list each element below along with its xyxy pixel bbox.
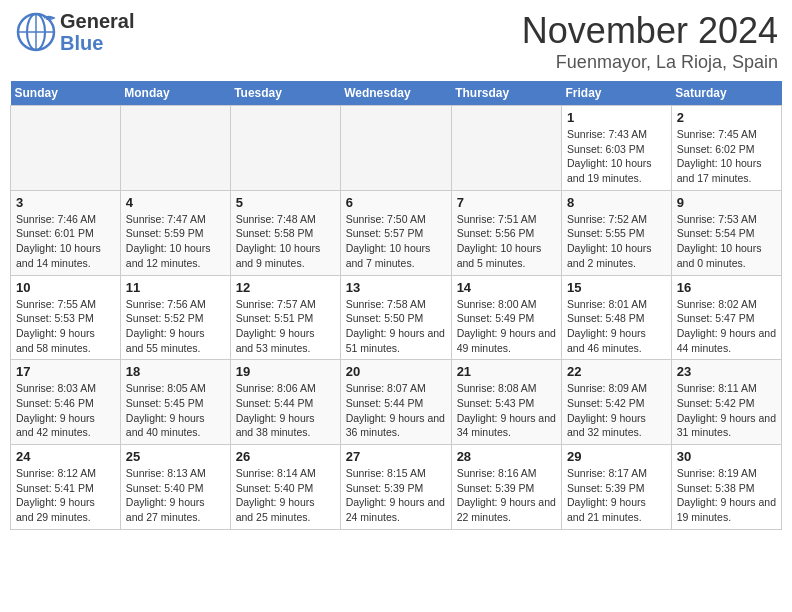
day-number: 6 [346, 195, 446, 210]
weekday-header-tuesday: Tuesday [230, 81, 340, 106]
day-number: 24 [16, 449, 115, 464]
day-info: Sunrise: 7:56 AM Sunset: 5:52 PM Dayligh… [126, 297, 225, 356]
calendar-cell: 20Sunrise: 8:07 AM Sunset: 5:44 PM Dayli… [340, 360, 451, 445]
day-number: 1 [567, 110, 666, 125]
day-info: Sunrise: 7:47 AM Sunset: 5:59 PM Dayligh… [126, 212, 225, 271]
calendar-cell: 22Sunrise: 8:09 AM Sunset: 5:42 PM Dayli… [561, 360, 671, 445]
day-number: 18 [126, 364, 225, 379]
day-number: 29 [567, 449, 666, 464]
calendar-cell: 28Sunrise: 8:16 AM Sunset: 5:39 PM Dayli… [451, 445, 561, 530]
calendar-cell [340, 106, 451, 191]
day-info: Sunrise: 7:43 AM Sunset: 6:03 PM Dayligh… [567, 127, 666, 186]
calendar-cell: 15Sunrise: 8:01 AM Sunset: 5:48 PM Dayli… [561, 275, 671, 360]
calendar-cell: 17Sunrise: 8:03 AM Sunset: 5:46 PM Dayli… [11, 360, 121, 445]
calendar-table: SundayMondayTuesdayWednesdayThursdayFrid… [10, 81, 782, 530]
day-number: 21 [457, 364, 556, 379]
calendar-cell: 11Sunrise: 7:56 AM Sunset: 5:52 PM Dayli… [120, 275, 230, 360]
location: Fuenmayor, La Rioja, Spain [522, 52, 778, 73]
day-info: Sunrise: 7:55 AM Sunset: 5:53 PM Dayligh… [16, 297, 115, 356]
day-info: Sunrise: 7:57 AM Sunset: 5:51 PM Dayligh… [236, 297, 335, 356]
calendar-header-row: SundayMondayTuesdayWednesdayThursdayFrid… [11, 81, 782, 106]
day-number: 30 [677, 449, 776, 464]
day-info: Sunrise: 8:19 AM Sunset: 5:38 PM Dayligh… [677, 466, 776, 525]
title-section: November 2024 Fuenmayor, La Rioja, Spain [522, 10, 778, 73]
day-number: 5 [236, 195, 335, 210]
day-number: 17 [16, 364, 115, 379]
weekday-header-monday: Monday [120, 81, 230, 106]
day-info: Sunrise: 8:13 AM Sunset: 5:40 PM Dayligh… [126, 466, 225, 525]
day-info: Sunrise: 8:09 AM Sunset: 5:42 PM Dayligh… [567, 381, 666, 440]
day-number: 2 [677, 110, 776, 125]
logo-line1: General [60, 10, 134, 32]
day-number: 4 [126, 195, 225, 210]
day-info: Sunrise: 8:02 AM Sunset: 5:47 PM Dayligh… [677, 297, 776, 356]
calendar-week-3: 10Sunrise: 7:55 AM Sunset: 5:53 PM Dayli… [11, 275, 782, 360]
day-number: 27 [346, 449, 446, 464]
day-info: Sunrise: 7:46 AM Sunset: 6:01 PM Dayligh… [16, 212, 115, 271]
day-info: Sunrise: 8:03 AM Sunset: 5:46 PM Dayligh… [16, 381, 115, 440]
calendar-cell [230, 106, 340, 191]
day-number: 10 [16, 280, 115, 295]
calendar-cell: 9Sunrise: 7:53 AM Sunset: 5:54 PM Daylig… [671, 190, 781, 275]
day-info: Sunrise: 8:14 AM Sunset: 5:40 PM Dayligh… [236, 466, 335, 525]
calendar-cell [11, 106, 121, 191]
calendar-cell: 30Sunrise: 8:19 AM Sunset: 5:38 PM Dayli… [671, 445, 781, 530]
day-info: Sunrise: 7:52 AM Sunset: 5:55 PM Dayligh… [567, 212, 666, 271]
calendar-week-2: 3Sunrise: 7:46 AM Sunset: 6:01 PM Daylig… [11, 190, 782, 275]
day-number: 15 [567, 280, 666, 295]
day-info: Sunrise: 7:50 AM Sunset: 5:57 PM Dayligh… [346, 212, 446, 271]
day-number: 19 [236, 364, 335, 379]
calendar-cell: 2Sunrise: 7:45 AM Sunset: 6:02 PM Daylig… [671, 106, 781, 191]
day-number: 12 [236, 280, 335, 295]
calendar-cell: 24Sunrise: 8:12 AM Sunset: 5:41 PM Dayli… [11, 445, 121, 530]
day-number: 25 [126, 449, 225, 464]
calendar-cell: 25Sunrise: 8:13 AM Sunset: 5:40 PM Dayli… [120, 445, 230, 530]
calendar-cell [120, 106, 230, 191]
calendar-week-4: 17Sunrise: 8:03 AM Sunset: 5:46 PM Dayli… [11, 360, 782, 445]
calendar-week-5: 24Sunrise: 8:12 AM Sunset: 5:41 PM Dayli… [11, 445, 782, 530]
day-number: 8 [567, 195, 666, 210]
weekday-header-saturday: Saturday [671, 81, 781, 106]
day-info: Sunrise: 8:06 AM Sunset: 5:44 PM Dayligh… [236, 381, 335, 440]
day-number: 23 [677, 364, 776, 379]
calendar-cell: 10Sunrise: 7:55 AM Sunset: 5:53 PM Dayli… [11, 275, 121, 360]
calendar-cell [451, 106, 561, 191]
day-info: Sunrise: 8:12 AM Sunset: 5:41 PM Dayligh… [16, 466, 115, 525]
day-number: 26 [236, 449, 335, 464]
day-number: 16 [677, 280, 776, 295]
calendar-cell: 18Sunrise: 8:05 AM Sunset: 5:45 PM Dayli… [120, 360, 230, 445]
day-info: Sunrise: 8:08 AM Sunset: 5:43 PM Dayligh… [457, 381, 556, 440]
day-info: Sunrise: 8:00 AM Sunset: 5:49 PM Dayligh… [457, 297, 556, 356]
day-info: Sunrise: 8:11 AM Sunset: 5:42 PM Dayligh… [677, 381, 776, 440]
logo-icon [14, 10, 58, 54]
day-number: 11 [126, 280, 225, 295]
calendar-cell: 8Sunrise: 7:52 AM Sunset: 5:55 PM Daylig… [561, 190, 671, 275]
day-info: Sunrise: 7:48 AM Sunset: 5:58 PM Dayligh… [236, 212, 335, 271]
calendar-week-1: 1Sunrise: 7:43 AM Sunset: 6:03 PM Daylig… [11, 106, 782, 191]
day-info: Sunrise: 7:51 AM Sunset: 5:56 PM Dayligh… [457, 212, 556, 271]
calendar-cell: 4Sunrise: 7:47 AM Sunset: 5:59 PM Daylig… [120, 190, 230, 275]
day-number: 9 [677, 195, 776, 210]
logo-line2: Blue [60, 32, 134, 54]
calendar-cell: 19Sunrise: 8:06 AM Sunset: 5:44 PM Dayli… [230, 360, 340, 445]
weekday-header-sunday: Sunday [11, 81, 121, 106]
day-info: Sunrise: 7:58 AM Sunset: 5:50 PM Dayligh… [346, 297, 446, 356]
calendar-cell: 16Sunrise: 8:02 AM Sunset: 5:47 PM Dayli… [671, 275, 781, 360]
calendar-cell: 27Sunrise: 8:15 AM Sunset: 5:39 PM Dayli… [340, 445, 451, 530]
month-title: November 2024 [522, 10, 778, 52]
calendar-cell: 12Sunrise: 7:57 AM Sunset: 5:51 PM Dayli… [230, 275, 340, 360]
day-info: Sunrise: 7:53 AM Sunset: 5:54 PM Dayligh… [677, 212, 776, 271]
calendar-cell: 21Sunrise: 8:08 AM Sunset: 5:43 PM Dayli… [451, 360, 561, 445]
day-number: 13 [346, 280, 446, 295]
page-header: General Blue November 2024 Fuenmayor, La… [10, 10, 782, 73]
calendar-cell: 23Sunrise: 8:11 AM Sunset: 5:42 PM Dayli… [671, 360, 781, 445]
calendar-body: 1Sunrise: 7:43 AM Sunset: 6:03 PM Daylig… [11, 106, 782, 530]
day-number: 28 [457, 449, 556, 464]
day-number: 20 [346, 364, 446, 379]
day-info: Sunrise: 8:01 AM Sunset: 5:48 PM Dayligh… [567, 297, 666, 356]
calendar-cell: 6Sunrise: 7:50 AM Sunset: 5:57 PM Daylig… [340, 190, 451, 275]
calendar-cell: 26Sunrise: 8:14 AM Sunset: 5:40 PM Dayli… [230, 445, 340, 530]
day-info: Sunrise: 8:15 AM Sunset: 5:39 PM Dayligh… [346, 466, 446, 525]
calendar-cell: 29Sunrise: 8:17 AM Sunset: 5:39 PM Dayli… [561, 445, 671, 530]
calendar-cell: 5Sunrise: 7:48 AM Sunset: 5:58 PM Daylig… [230, 190, 340, 275]
